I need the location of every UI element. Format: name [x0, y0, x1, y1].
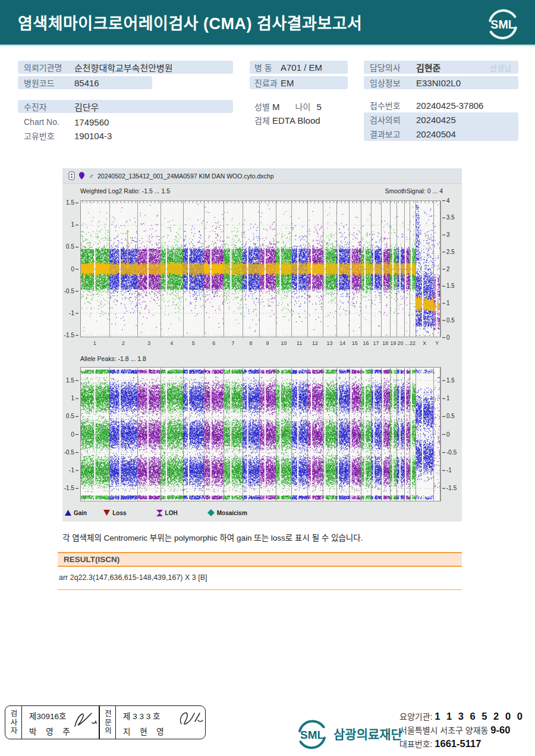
legend-item-mosaicism: Mosaicism [207, 509, 247, 516]
info-dates-block: 검사의뢰20240425 결과보고20240504 [364, 112, 518, 141]
info-row-hospital-code: 병원코드85416 [18, 76, 152, 89]
footer-contact: 요양기관: 1 1 3 6 5 2 0 0 서울특별시 서초구 양재동 9-60… [399, 710, 534, 751]
array-file-name: 20240502_135412_001_24MA0597 KIM DAN WOO… [97, 172, 274, 180]
smoothsignal-axis-title: SmoothSignal: 0 ... 4 [385, 187, 443, 195]
footer-brand: SML 삼광의료재단 [296, 717, 402, 749]
legend-item-gain: Gain [65, 510, 87, 516]
specialist-signature [175, 708, 204, 732]
info-column-middle: 병 동A701 / EM 진료과EM 성별 M 나이 5 검체EDTA Bloo… [250, 58, 348, 148]
gain-triangle-icon [65, 510, 71, 516]
cma-array-viewer: ♂ 20240502_135412_001_24MA0597 KIM DAN W… [62, 168, 462, 522]
info-row-report-date: 결과보고20240504 [364, 127, 518, 141]
examiner-signature [71, 708, 97, 732]
info-row-patient-name: 수진자김단우 [18, 100, 233, 113]
foundation-name: 삼광의료재단 [333, 724, 402, 742]
phone-line: 대표번호: 1661-5117 [399, 737, 534, 751]
sml-footer-logo: SML [296, 717, 328, 749]
specialist-role-label: 전문의 [99, 706, 116, 739]
info-column-left: 의뢰기관명순천향대학교부속천안병원 병원코드85416 수진자김단우 Chart… [18, 58, 233, 148]
info-row-unique-no: 고유번호190104-3 [18, 129, 233, 142]
page-title: 염색체마이크로어레이검사 (CMA) 검사결과보고서 [18, 11, 362, 34]
info-row-chart-no: Chart No.1749560 [18, 115, 233, 128]
log2-axis-title: Weighted Log2 Ratio: -1.5 ... 1.5 [80, 187, 170, 195]
report-header: 염색체마이크로어레이검사 (CMA) 검사결과보고서 SML [0, 0, 535, 46]
care-org-number: 1 1 3 6 5 2 0 0 [435, 711, 524, 722]
legend-item-loss: Loss [103, 510, 126, 516]
address-number: 9-60 [490, 724, 510, 735]
examiner-role-label: 검사자 [5, 706, 22, 739]
result-header: RESULT(ISCN) [58, 552, 462, 567]
signature-stamp-box: 검사자 제30916호 박 영 주 전문의 제 3 3 3 호 지 현 영 [5, 705, 206, 739]
patient-info-section: 의뢰기관명순천향대학교부속천안병원 병원코드85416 수진자김단우 Chart… [0, 58, 535, 148]
info-row-sex-age: 성별 M 나이 5 [250, 100, 348, 113]
address-line: 서울특별시 서초구 양재동 9-60 [399, 723, 534, 737]
result-iscn-value: arr 2q22.3(147,636,615-148,439,167) X 3 … [58, 573, 462, 582]
doctor-honorific: 선생님 [490, 62, 518, 73]
allele-panel-header: Allele Peaks: -1.8 ... 1.8 [62, 348, 462, 363]
weighted-log2-canvas [62, 196, 462, 348]
pin-icon [78, 171, 85, 180]
result-section: RESULT(ISCN) arr 2q22.3(147,636,615-148,… [58, 552, 462, 590]
info-row-clinical-info: 임상정보E33NI02L0 [364, 76, 518, 89]
specialist-stamp: 제 3 3 3 호 지 현 영 [116, 706, 205, 739]
info-row-request-date: 검사의뢰20240425 [364, 112, 518, 127]
info-row-department: 진료과EM [250, 76, 348, 89]
examiner-stamp: 제30916호 박 영 주 [22, 706, 99, 739]
phone-number: 1661-5117 [435, 738, 481, 749]
allele-axis-title: Allele Peaks: -1.8 ... 1.8 [80, 355, 146, 362]
cma-report-page: { "header": { "title": "염색체마이크로어레이검사 (CM… [0, 0, 535, 756]
centromeric-note: 각 염색체의 Centromeric 부위는 polymorphic 하여 ga… [62, 531, 363, 543]
care-org-line: 요양기관: 1 1 3 6 5 2 0 0 [399, 710, 534, 723]
chart-legend: Gain Loss LOH Mosaicism [62, 506, 462, 519]
info-row-ward: 병 동A701 / EM [250, 61, 348, 74]
logo-text: SML [490, 18, 515, 31]
allele-peaks-canvas [62, 363, 462, 506]
log2-panel-header: Weighted Log2 Ratio: -1.5 ... 1.5 Smooth… [62, 184, 462, 196]
svg-text:SML: SML [300, 729, 324, 741]
result-divider [58, 589, 462, 590]
mosaicism-diamond-icon [207, 509, 215, 516]
chip-icon [68, 171, 75, 180]
sml-logo: SML [486, 7, 520, 40]
info-row-institution: 의뢰기관명순천향대학교부속천안병원 [18, 61, 233, 74]
loss-triangle-icon [103, 510, 110, 516]
viewer-titlebar: ♂ 20240502_135412_001_24MA0597 KIM DAN W… [62, 168, 462, 184]
info-column-right: 담당의사 김현준 선생님 임상정보E33NI02L0 접수번호20240425-… [364, 58, 518, 148]
info-row-receipt-no: 접수번호20240425-37806 [364, 99, 518, 112]
info-row-doctor: 담당의사 김현준 선생님 [364, 61, 518, 74]
male-symbol-icon: ♂ [89, 172, 94, 180]
info-row-specimen: 검체EDTA Blood [250, 114, 348, 127]
loh-bowtie-icon [156, 510, 163, 516]
legend-item-loh: LOH [156, 510, 178, 516]
